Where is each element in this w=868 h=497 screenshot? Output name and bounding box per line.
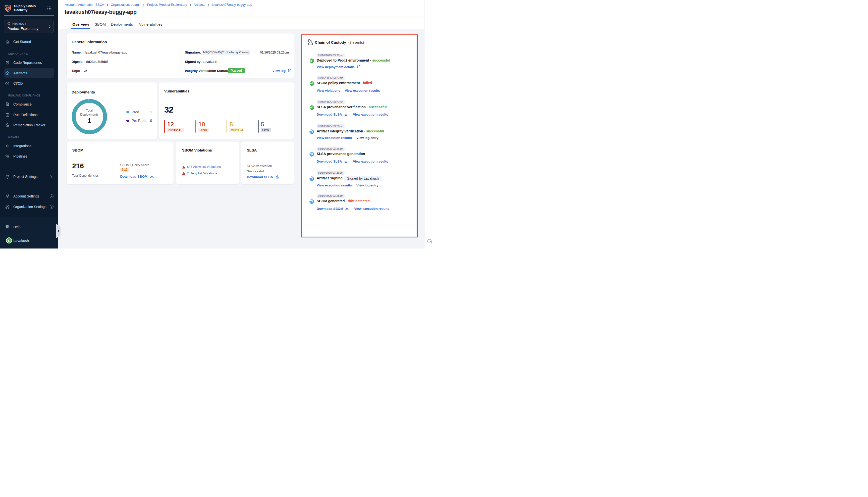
svg-text:?: ? — [7, 225, 8, 227]
